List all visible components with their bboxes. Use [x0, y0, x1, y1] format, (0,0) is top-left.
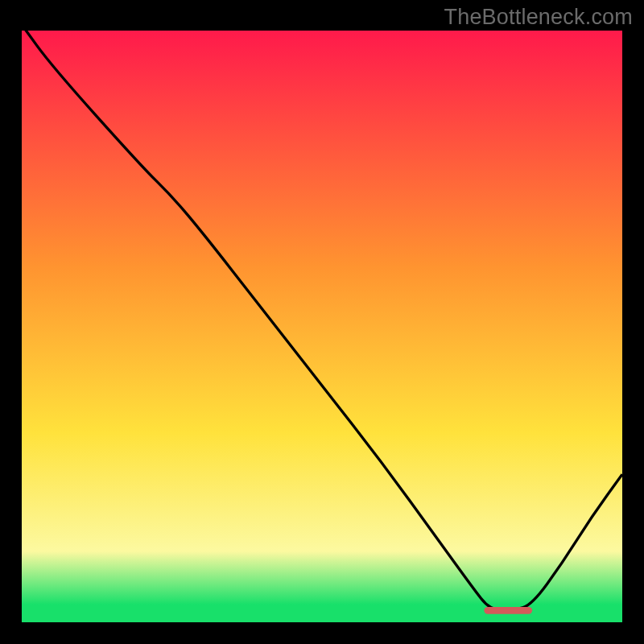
chart-plot-area — [22, 31, 622, 622]
optimal-range-marker — [484, 607, 532, 614]
chart-background-gradient — [22, 31, 622, 622]
watermark-text: TheBottleneck.com — [444, 5, 633, 30]
chart-svg — [22, 31, 622, 622]
